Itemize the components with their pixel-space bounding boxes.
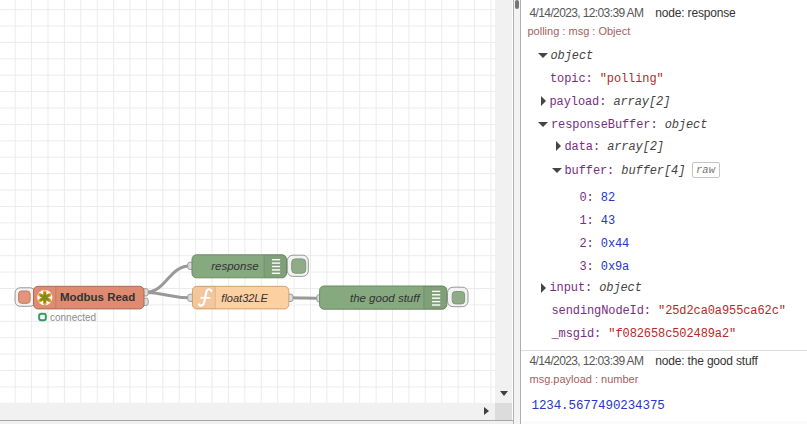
svg-text:connected: connected [50, 312, 96, 323]
svg-text:response: response [211, 260, 258, 272]
svg-text:float32LE: float32LE [221, 292, 268, 304]
svg-text:the good stuff: the good stuff [350, 292, 421, 304]
svg-text:Modbus Read: Modbus Read [60, 291, 135, 303]
